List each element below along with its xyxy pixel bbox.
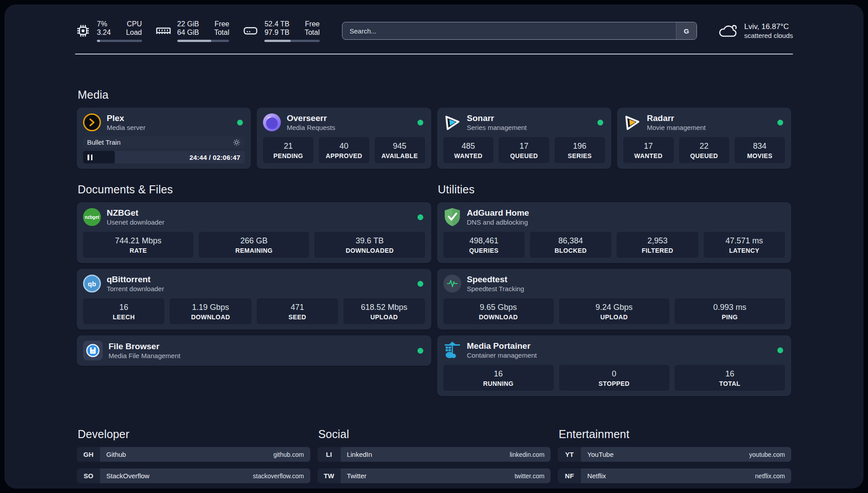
stat-seed: 471 SEED xyxy=(257,298,338,324)
stat-wanted: 17 WANTED xyxy=(623,137,674,163)
bookmark-twitter[interactable]: TW Twitter twitter.com xyxy=(317,468,551,483)
app-card-overseerr[interactable]: Overseerr Media Requests 21 PENDING 40 A… xyxy=(257,108,431,169)
status-online-dot xyxy=(417,120,423,125)
header-divider xyxy=(75,54,793,54)
stat-queued: 22 QUEUED xyxy=(679,137,730,163)
app-name: NZBGet xyxy=(107,208,164,218)
plex-now-playing-widget: Bullet Train 24:44 / 02:06:47 xyxy=(83,136,245,163)
stat-movies: 834 MOVIES xyxy=(734,137,785,163)
disk-total-label: Total xyxy=(305,28,320,37)
app-card-adguard[interactable]: AdGuard Home DNS and adblocking 498,461 … xyxy=(437,202,792,263)
app-description: Series management xyxy=(467,123,527,132)
section-heading-entertainment: Entertainment xyxy=(559,428,791,441)
app-card-filebrowser[interactable]: File Browser Media File Management xyxy=(77,335,431,366)
bookmark-url: netflix.com xyxy=(755,472,785,480)
bookmark-abbr: SO xyxy=(77,468,100,483)
section-heading-developer: Developer xyxy=(78,428,310,441)
stat-download: 1.19 Gbps DOWNLOAD xyxy=(170,298,251,324)
stat-blocked: 86,384 BLOCKED xyxy=(530,232,611,258)
app-card-radarr[interactable]: Radarr Movie management 17 WANTED 22 QUE… xyxy=(617,108,791,169)
status-online-dot xyxy=(777,120,783,125)
stat-ping: 0.993 ms PING xyxy=(675,298,785,324)
media-cards-row: Plex Media server Bullet Train xyxy=(77,108,791,169)
bookmark-group-developer: Developer GH Github github.com SO StackO… xyxy=(77,428,310,489)
ram-free-label: Free xyxy=(214,20,230,28)
app-description: Movie management xyxy=(647,123,706,132)
cpu-load-label: Load xyxy=(126,28,142,37)
bookmark-name: YouTube xyxy=(587,451,613,458)
gear-icon[interactable] xyxy=(233,138,241,146)
app-card-sonarr[interactable]: Sonarr Series management 485 WANTED 17 Q… xyxy=(437,108,611,169)
bookmark-url: stackoverflow.com xyxy=(253,472,304,480)
app-description: Media server xyxy=(107,123,146,132)
bookmark-name: Netflix xyxy=(587,472,606,480)
app-name: qBittorrent xyxy=(107,274,164,284)
bookmark-linkedin[interactable]: LI LinkedIn linkedin.com xyxy=(317,447,551,462)
section-heading-media: Media xyxy=(78,88,791,101)
adguard-icon xyxy=(443,208,461,226)
cpu-load-value: 3.24 xyxy=(97,28,111,37)
weather-widget: Lviv, 16.87°C scattered clouds xyxy=(718,22,793,40)
disk-icon xyxy=(242,23,259,39)
stat-remaining: 266 GB REMAINING xyxy=(199,232,309,258)
disk-free-label: Free xyxy=(305,20,320,28)
status-online-dot xyxy=(597,120,603,125)
stat-stopped: 0 STOPPED xyxy=(559,365,669,391)
app-name: File Browser xyxy=(108,341,180,351)
cpu-stat: 7% 3.24 CPU Load xyxy=(75,20,142,42)
ram-free-value: 22 GiB xyxy=(177,20,199,28)
app-description: Container management xyxy=(467,351,537,359)
bookmark-youtube[interactable]: YT YouTube youtube.com xyxy=(558,447,791,462)
app-description: Media Requests xyxy=(287,123,335,132)
status-online-dot xyxy=(417,348,423,354)
bookmark-netflix[interactable]: NF Netflix netflix.com xyxy=(558,468,791,483)
status-online-dot xyxy=(237,120,243,125)
stat-series: 196 SERIES xyxy=(555,137,605,163)
bookmark-name: StackOverflow xyxy=(106,472,150,480)
status-online-dot xyxy=(417,214,423,220)
status-online-dot xyxy=(777,347,783,353)
bookmark-abbr: LI xyxy=(317,447,341,462)
disk-progress-bar xyxy=(264,40,320,42)
sonarr-icon xyxy=(442,113,462,132)
app-name: Speedtest xyxy=(467,274,524,284)
stat-wanted: 485 WANTED xyxy=(443,137,494,163)
app-card-portainer[interactable]: Media Portainer Container management 16 … xyxy=(437,335,792,396)
app-card-qbittorrent[interactable]: qb qBittorrent Torrent downloader 16 LEE… xyxy=(77,269,431,330)
search-input[interactable] xyxy=(342,22,697,40)
stat-upload: 9.24 Gbps UPLOAD xyxy=(559,298,669,324)
playback-time: 24:44 / 02:06:47 xyxy=(189,154,245,161)
bookmark-abbr: NF xyxy=(558,468,581,483)
stat-queued: 17 QUEUED xyxy=(499,137,549,163)
bookmark-github[interactable]: GH Github github.com xyxy=(77,447,310,462)
status-online-dot xyxy=(417,281,423,287)
portainer-icon xyxy=(443,341,461,359)
dashboard-frame: 7% 3.24 CPU Load xyxy=(4,4,864,489)
documents-column: Documents & Files nzbget NZBGet Usenet d… xyxy=(77,183,431,402)
app-name: Sonarr xyxy=(467,113,527,123)
filebrowser-icon xyxy=(83,341,103,360)
stat-leech: 16 LEECH xyxy=(83,298,164,324)
pause-icon[interactable] xyxy=(88,155,92,160)
bookmark-url: linkedin.com xyxy=(510,451,545,458)
app-card-nzbget[interactable]: nzbget NZBGet Usenet downloader 744.21 M… xyxy=(77,202,431,263)
app-name: AdGuard Home xyxy=(467,208,529,218)
app-name: Overseerr xyxy=(287,113,335,123)
ram-total-value: 64 GiB xyxy=(177,28,199,37)
cpu-label: CPU xyxy=(126,20,142,28)
bookmark-stackoverflow[interactable]: SO StackOverflow stackoverflow.com xyxy=(77,468,310,483)
playback-progress-bar[interactable]: 24:44 / 02:06:47 xyxy=(83,151,245,163)
app-description: Torrent downloader xyxy=(107,284,164,293)
top-bar: 7% 3.24 CPU Load xyxy=(4,4,864,42)
bookmark-name: Github xyxy=(106,451,126,458)
bookmark-abbr: TW xyxy=(317,468,341,483)
search-engine-button[interactable]: G xyxy=(676,22,697,39)
cpu-icon xyxy=(75,23,91,39)
overseerr-icon xyxy=(263,113,281,131)
stat-upload: 618.52 Mbps UPLOAD xyxy=(343,298,425,324)
app-card-speedtest[interactable]: Speedtest Speedtest Tracking 9.65 Gbps D… xyxy=(437,269,792,330)
app-card-plex[interactable]: Plex Media server Bullet Train xyxy=(77,108,251,169)
bookmark-abbr: GH xyxy=(77,447,100,462)
app-description: DNS and adblocking xyxy=(467,218,529,226)
app-description: Media File Management xyxy=(108,351,180,360)
